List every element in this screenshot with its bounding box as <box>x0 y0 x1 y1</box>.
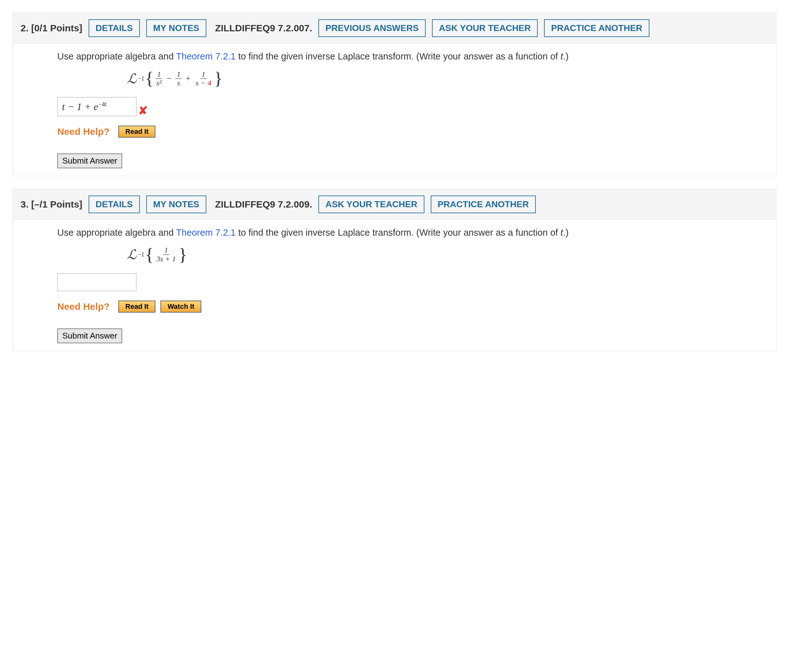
answer-row <box>57 273 776 291</box>
read-it-button[interactable]: Read It <box>118 126 155 137</box>
submit-answer-button[interactable]: Submit Answer <box>57 153 122 168</box>
question-prompt: Use appropriate algebra and Theorem 7.2.… <box>57 227 776 238</box>
read-it-button[interactable]: Read It <box>118 300 155 313</box>
help-row: Need Help? Read It <box>57 126 776 137</box>
question-2: 2. [0/1 Points] DETAILS MY NOTES ZILLDIF… <box>13 13 776 176</box>
question-prompt: Use appropriate algebra and Theorem 7.2.… <box>57 51 776 62</box>
watch-it-button[interactable]: Watch It <box>160 300 201 313</box>
answer-input[interactable] <box>57 273 136 291</box>
math-expression: ℒ−1 { 1s² − 1s + 1s − 4 } <box>127 69 776 88</box>
math-expression: ℒ−1 { 13s + 1 } <box>127 246 776 264</box>
help-row: Need Help? Read It Watch It <box>57 300 776 313</box>
need-help-label: Need Help? <box>57 126 110 137</box>
details-button[interactable]: DETAILS <box>89 19 140 37</box>
my-notes-button[interactable]: MY NOTES <box>146 19 206 37</box>
answer-input[interactable]: t − 1 + e−4t <box>57 97 136 116</box>
ask-teacher-button[interactable]: ASK YOUR TEACHER <box>432 19 538 37</box>
question-header: 2. [0/1 Points] DETAILS MY NOTES ZILLDIF… <box>13 13 776 44</box>
incorrect-icon: ✘ <box>138 104 148 117</box>
question-reference: ZILLDIFFEQ9 7.2.009. <box>215 199 312 210</box>
question-3: 3. [–/1 Points] DETAILS MY NOTES ZILLDIF… <box>13 189 776 351</box>
submit-answer-button[interactable]: Submit Answer <box>57 329 122 343</box>
question-header: 3. [–/1 Points] DETAILS MY NOTES ZILLDIF… <box>13 189 776 220</box>
answer-row: t − 1 + e−4t ✘ <box>57 97 776 116</box>
need-help-label: Need Help? <box>57 301 110 312</box>
question-number-points: 2. [0/1 Points] <box>21 23 82 34</box>
ask-teacher-button[interactable]: ASK YOUR TEACHER <box>318 196 424 213</box>
theorem-link[interactable]: Theorem 7.2.1 <box>176 51 236 61</box>
practice-another-button[interactable]: PRACTICE ANOTHER <box>431 196 536 213</box>
my-notes-button[interactable]: MY NOTES <box>146 196 206 213</box>
question-reference: ZILLDIFFEQ9 7.2.007. <box>215 23 312 34</box>
practice-another-button[interactable]: PRACTICE ANOTHER <box>544 19 649 37</box>
question-body: Use appropriate algebra and Theorem 7.2.… <box>13 220 776 351</box>
theorem-link[interactable]: Theorem 7.2.1 <box>176 227 236 238</box>
previous-answers-button[interactable]: PREVIOUS ANSWERS <box>318 19 426 37</box>
question-number-points: 3. [–/1 Points] <box>21 199 82 210</box>
details-button[interactable]: DETAILS <box>89 196 140 213</box>
question-body: Use appropriate algebra and Theorem 7.2.… <box>13 44 776 176</box>
